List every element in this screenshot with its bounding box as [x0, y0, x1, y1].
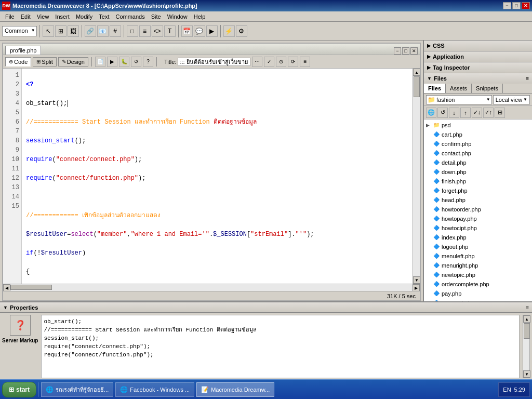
- file-tree[interactable]: ▶ 📁 psd 🔷 cart.php 🔷 confirm.php 🔷 conta…: [424, 119, 532, 301]
- file-payment[interactable]: 🔷 payment.php: [424, 298, 532, 301]
- media-button[interactable]: ▶: [206, 25, 218, 37]
- tag-button[interactable]: T: [164, 25, 176, 37]
- anchor-button[interactable]: #: [110, 25, 121, 37]
- split-view-button[interactable]: ⊞ Split: [33, 57, 56, 66]
- script-button[interactable]: <>: [152, 25, 163, 37]
- menu-text[interactable]: Text: [96, 12, 112, 21]
- properties-scrollbar[interactable]: ▲ ▼: [523, 315, 530, 378]
- minimize-button[interactable]: −: [503, 2, 511, 9]
- application-panel-header[interactable]: ▶ Application: [424, 51, 532, 62]
- form-button[interactable]: □: [127, 25, 138, 37]
- menu-file[interactable]: File: [2, 12, 18, 21]
- file-index[interactable]: 🔷 index.php: [424, 233, 532, 242]
- taskbar-item-1[interactable]: 🌐 รณรงค์ทำที่รู้จักอยธี...: [41, 382, 113, 397]
- scroll-down-button[interactable]: ▼: [413, 276, 420, 284]
- h-scroll-track[interactable]: [10, 284, 413, 291]
- file-howtocipt[interactable]: 🔷 howtocipt.php: [424, 223, 532, 233]
- site-selector-dropdown[interactable]: 📁 fashion ▼: [426, 95, 492, 104]
- site-files-button[interactable]: 🌐: [426, 108, 436, 118]
- taskbar-item-3[interactable]: 📝 Macromedia Dreamw...: [196, 382, 274, 397]
- file-newtopic[interactable]: 🔷 newtopic.php: [424, 270, 532, 280]
- scroll-up-button[interactable]: ▲: [413, 69, 420, 76]
- table-button[interactable]: ⊞: [55, 25, 66, 37]
- code-horizontal-scrollbar[interactable]: ◀ ▶: [3, 284, 420, 291]
- file-pay[interactable]: 🔷 pay.php: [424, 289, 532, 298]
- image-button[interactable]: 🖼: [68, 25, 79, 37]
- check-out-button[interactable]: ✓↓: [472, 108, 482, 118]
- files-tab-snippets[interactable]: Snippets: [472, 84, 503, 93]
- file-menuright[interactable]: 🔷 menuright.php: [424, 261, 532, 270]
- flash-button[interactable]: ⚡: [223, 25, 235, 37]
- tag-inspector-header[interactable]: ▶ Tag Inspector: [424, 62, 532, 73]
- properties-expand-icon[interactable]: ▼: [3, 305, 8, 310]
- validate-btn[interactable]: ✓: [264, 57, 274, 67]
- local-view-button[interactable]: Local view ▼: [493, 95, 530, 104]
- prop-scroll-up-btn[interactable]: ▲: [523, 315, 530, 323]
- menu-commands[interactable]: Commands: [112, 12, 148, 21]
- menu-insert[interactable]: Insert: [52, 12, 73, 21]
- css-panel-header[interactable]: ▶ CSS: [424, 41, 532, 51]
- debug-btn[interactable]: 🐛: [119, 57, 129, 67]
- date-button[interactable]: 📅: [181, 25, 193, 37]
- doc-minimize-btn[interactable]: −: [394, 47, 401, 55]
- pointer-tool-button[interactable]: ↖: [43, 25, 54, 37]
- properties-code-area[interactable]: ob_start(); //============ Start Session…: [41, 315, 520, 378]
- files-tab-files[interactable]: Files: [424, 84, 446, 93]
- get-files-button[interactable]: ↓: [449, 108, 459, 118]
- app-server-button[interactable]: ⚙: [236, 25, 247, 37]
- file-head[interactable]: 🔷 head.php: [424, 195, 532, 205]
- menu-view[interactable]: View: [34, 12, 52, 21]
- reference-btn[interactable]: ?: [143, 57, 153, 67]
- maximize-button[interactable]: □: [512, 2, 521, 9]
- folder-psd[interactable]: ▶ 📁 psd: [424, 121, 532, 130]
- file-down[interactable]: 🔷 down.php: [424, 167, 532, 177]
- file-confirm[interactable]: 🔷 confirm.php: [424, 139, 532, 149]
- code-view-button[interactable]: ⊛ Code: [5, 57, 31, 66]
- menu-help[interactable]: Help: [191, 12, 209, 21]
- menu-site[interactable]: Site: [148, 12, 164, 21]
- put-files-button[interactable]: ↑: [460, 108, 471, 118]
- design-view-button[interactable]: ✎ Design: [58, 57, 88, 66]
- page-title-input[interactable]: [178, 58, 250, 66]
- properties-options-icon[interactable]: ≡: [526, 304, 529, 311]
- files-options-icon[interactable]: ≡: [526, 75, 529, 82]
- file-howtopay[interactable]: 🔷 howtopay.php: [424, 214, 532, 223]
- insert-category-dropdown[interactable]: Common ▼: [2, 26, 37, 36]
- browse-title-btn[interactable]: ⋯: [252, 57, 262, 67]
- live-view-btn[interactable]: ⊙: [276, 57, 286, 67]
- scroll-track[interactable]: [413, 76, 420, 276]
- files-tab-assets[interactable]: Assets: [446, 84, 472, 93]
- link-button[interactable]: 🔗: [85, 25, 96, 37]
- file-forget[interactable]: 🔷 forget.php: [424, 186, 532, 195]
- refresh-btn[interactable]: ↺: [131, 57, 141, 67]
- file-menuleft[interactable]: 🔷 menuleft.php: [424, 251, 532, 261]
- comment-button[interactable]: 💬: [194, 25, 205, 37]
- menu-modify[interactable]: Modify: [73, 12, 96, 21]
- menu-window[interactable]: Window: [164, 12, 191, 21]
- files-panel-header[interactable]: ▼ Files ≡: [424, 73, 532, 84]
- expand-panel-button[interactable]: ⊞: [495, 108, 505, 118]
- file-cart[interactable]: 🔷 cart.php: [424, 130, 532, 139]
- sync-btn[interactable]: ⟳: [288, 57, 298, 67]
- form2-button[interactable]: ≡: [139, 25, 151, 37]
- file-ordercomplete[interactable]: 🔷 ordercomplete.php: [424, 280, 532, 289]
- scroll-left-button[interactable]: ◀: [3, 284, 10, 291]
- prop-scroll-thumb[interactable]: [524, 323, 530, 339]
- doc-close-btn[interactable]: ✕: [410, 47, 418, 55]
- prop-scroll-down-btn[interactable]: ▼: [523, 370, 530, 378]
- doc-restore-btn[interactable]: □: [402, 47, 409, 55]
- scroll-right-button[interactable]: ▶: [413, 284, 420, 291]
- file-contact[interactable]: 🔷 contact.php: [424, 149, 532, 158]
- start-button[interactable]: ⊞ start: [2, 382, 36, 397]
- prop-scroll-track[interactable]: [523, 323, 529, 370]
- file-finish[interactable]: 🔷 finish.php: [424, 177, 532, 186]
- file-management-btn[interactable]: 📄: [95, 57, 105, 67]
- code-content[interactable]: <? ob_start(); //============ Start Sess…: [22, 69, 413, 284]
- taskbar-item-2[interactable]: 🌐 Facebook - Windows ...: [115, 382, 194, 397]
- file-howtoorder[interactable]: 🔷 howtoorder.php: [424, 205, 532, 214]
- h-scroll-thumb[interactable]: [10, 285, 52, 290]
- doc-tab-profile[interactable]: profile.php: [5, 46, 41, 55]
- scroll-thumb[interactable]: [414, 76, 420, 97]
- code-vertical-scrollbar[interactable]: ▲ ▼: [413, 69, 420, 284]
- email-link-button[interactable]: 📧: [97, 25, 109, 37]
